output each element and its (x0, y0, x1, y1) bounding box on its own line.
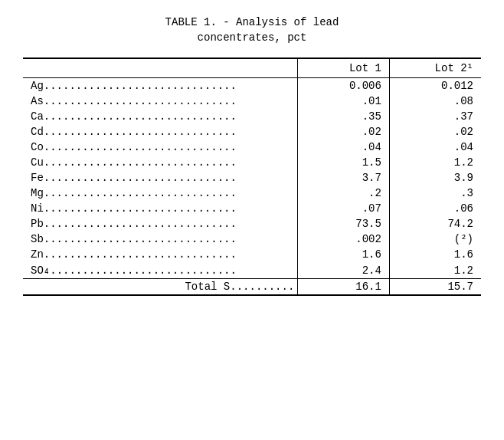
row-label: Co.............................. (23, 140, 298, 155)
row-lot1-value: 1.5 (298, 155, 390, 170)
row-lot1-value: .02 (298, 124, 390, 140)
header-label (23, 58, 298, 78)
row-label: As.............................. (23, 94, 298, 109)
total-label: Total S.......... (23, 279, 298, 296)
table-row: Fe..............................3.73.9 (23, 170, 481, 186)
table-row: Ca...............................35.37 (23, 109, 481, 124)
header-lot2: Lot 2¹ (389, 58, 481, 78)
row-label: Sb.............................. (23, 231, 298, 247)
table-row: Zn..............................1.61.6 (23, 247, 481, 262)
row-lot2-value: .04 (389, 140, 481, 155)
row-lot1-value: 73.5 (298, 216, 390, 231)
row-label: Ni.............................. (23, 201, 298, 216)
table-row: Ni...............................07.06 (23, 201, 481, 216)
row-lot2-value: 0.012 (389, 78, 481, 94)
row-lot2-value: 1.6 (389, 247, 481, 262)
row-label: Cd.............................. (23, 124, 298, 140)
row-lot2-value: .06 (389, 201, 481, 216)
row-lot1-value: .07 (298, 201, 390, 216)
row-label: Pb.............................. (23, 216, 298, 231)
table-row: Co...............................04.04 (23, 140, 481, 155)
row-label: SO₄............................. (23, 262, 298, 279)
table-row: Cd...............................02.02 (23, 124, 481, 140)
row-label: Mg.............................. (23, 186, 298, 201)
row-lot1-value: .002 (298, 231, 390, 247)
table-row: As...............................01.08 (23, 94, 481, 109)
row-label: Ca.............................. (23, 109, 298, 124)
table-row: Pb..............................73.574.2 (23, 216, 481, 231)
row-lot1-value: .01 (298, 94, 390, 109)
total-row: Total S..........16.115.7 (23, 279, 481, 296)
row-lot2-value: .3 (389, 186, 481, 201)
analysis-table: Lot 1 Lot 2¹ Ag.........................… (23, 57, 481, 296)
row-lot1-value: 2.4 (298, 262, 390, 279)
row-lot2-value: (²) (389, 231, 481, 247)
table-row: Cu..............................1.51.2 (23, 155, 481, 170)
total-lot1-value: 16.1 (298, 279, 390, 296)
row-lot2-value: .02 (389, 124, 481, 140)
table-header-row: Lot 1 Lot 2¹ (23, 58, 481, 78)
table-title: TABLE 1. - Analysis of lead concentrates… (23, 15, 481, 45)
row-label: Cu.............................. (23, 155, 298, 170)
row-lot1-value: .2 (298, 186, 390, 201)
row-lot2-value: .37 (389, 109, 481, 124)
header-lot1: Lot 1 (298, 58, 390, 78)
row-label: Ag.............................. (23, 78, 298, 94)
table-row: SO₄.............................2.41.2 (23, 262, 481, 279)
table-row: Sb...............................002(²) (23, 231, 481, 247)
row-lot2-value: 74.2 (389, 216, 481, 231)
table-row: Ag..............................0.0060.0… (23, 78, 481, 94)
row-lot1-value: 1.6 (298, 247, 390, 262)
row-lot1-value: 0.006 (298, 78, 390, 94)
row-lot2-value: 1.2 (389, 155, 481, 170)
row-lot2-value: .08 (389, 94, 481, 109)
row-label: Zn.............................. (23, 247, 298, 262)
data-table-wrapper: Lot 1 Lot 2¹ Ag.........................… (23, 57, 481, 296)
row-label: Fe.............................. (23, 170, 298, 186)
table-row: Mg...............................2.3 (23, 186, 481, 201)
row-lot1-value: .04 (298, 140, 390, 155)
row-lot1-value: 3.7 (298, 170, 390, 186)
row-lot2-value: 1.2 (389, 262, 481, 279)
row-lot2-value: 3.9 (389, 170, 481, 186)
row-lot1-value: .35 (298, 109, 390, 124)
total-lot2-value: 15.7 (389, 279, 481, 296)
